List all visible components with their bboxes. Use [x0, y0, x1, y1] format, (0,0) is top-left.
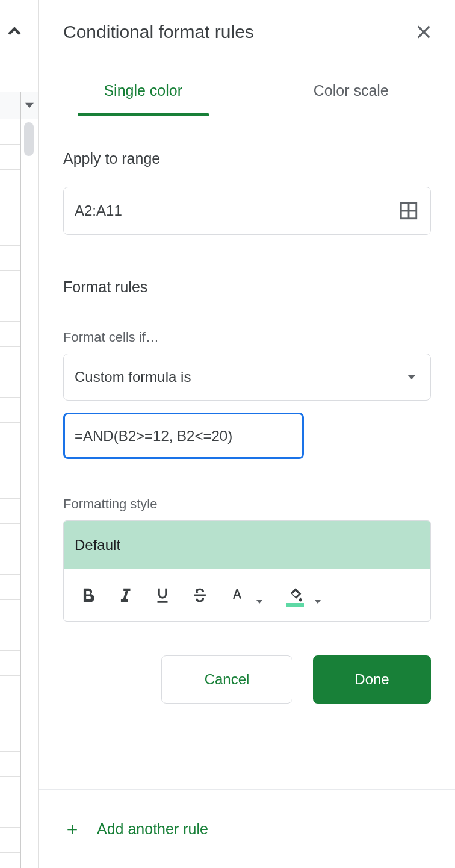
collapse-chevron-icon[interactable]: [4, 20, 25, 42]
close-icon[interactable]: [414, 22, 433, 42]
chevron-down-icon: [256, 600, 262, 604]
add-another-rule-button[interactable]: ＋ Add another rule: [63, 820, 431, 838]
row-header[interactable]: [0, 423, 20, 448]
row-header[interactable]: [0, 170, 20, 195]
row-header[interactable]: [0, 777, 20, 802]
row-header[interactable]: [0, 473, 20, 499]
row-header[interactable]: [0, 220, 20, 246]
tab-single-color[interactable]: Single color: [39, 64, 247, 116]
apply-to-range-heading: Apply to range: [63, 150, 431, 167]
text-color-button[interactable]: [220, 578, 264, 612]
column-dropdown-icon[interactable]: [21, 92, 38, 119]
button-label: Cancel: [205, 671, 250, 688]
row-header[interactable]: [0, 625, 20, 651]
column-header-row: [0, 92, 38, 119]
select-range-grid-icon[interactable]: [398, 201, 419, 221]
row-header[interactable]: [0, 195, 20, 220]
format-rules-heading: Format rules: [63, 278, 431, 296]
fill-color-button[interactable]: [279, 578, 322, 612]
range-field: [63, 187, 431, 235]
row-header[interactable]: [0, 828, 20, 853]
row-header[interactable]: [0, 676, 20, 701]
row-header[interactable]: [0, 524, 20, 549]
row-header[interactable]: [0, 752, 20, 777]
italic-button[interactable]: [108, 578, 142, 612]
row-header[interactable]: [0, 701, 20, 726]
tab-label: Single color: [104, 82, 182, 99]
formatting-style-label: Formatting style: [63, 496, 431, 512]
row-header[interactable]: [0, 575, 20, 600]
chevron-down-icon: [407, 375, 416, 379]
row-header[interactable]: [0, 296, 20, 322]
bold-button[interactable]: [71, 578, 105, 612]
style-preview-label: Default: [75, 537, 120, 554]
formatting-style-box: Default: [63, 520, 431, 622]
plus-icon: ＋: [63, 820, 81, 838]
row-header[interactable]: [0, 499, 20, 524]
row-header[interactable]: [0, 145, 20, 170]
cancel-button[interactable]: Cancel: [161, 655, 292, 704]
row-header[interactable]: [0, 271, 20, 296]
row-header[interactable]: [0, 802, 20, 828]
row-header[interactable]: [0, 347, 20, 372]
tab-color-scale[interactable]: Color scale: [247, 64, 456, 116]
button-label: Done: [354, 671, 389, 688]
done-button[interactable]: Done: [313, 655, 431, 704]
select-all-corner[interactable]: [0, 92, 21, 119]
row-header[interactable]: [0, 246, 20, 271]
toolbar-divider: [271, 583, 271, 607]
chevron-down-icon: [315, 600, 321, 604]
tab-label: Color scale: [314, 82, 389, 99]
row-header[interactable]: [0, 726, 20, 752]
underline-button[interactable]: [146, 578, 179, 612]
row-header[interactable]: [0, 372, 20, 398]
range-input[interactable]: [63, 187, 431, 235]
style-preview[interactable]: Default: [64, 521, 430, 569]
fill-color-swatch: [286, 603, 304, 607]
row-header[interactable]: [0, 600, 20, 625]
strikethrough-button[interactable]: [183, 578, 217, 612]
add-rule-label: Add another rule: [97, 820, 208, 838]
formula-input[interactable]: [63, 413, 304, 459]
row-header[interactable]: [0, 448, 20, 473]
dropdown-value: Custom formula is: [75, 369, 191, 386]
row-header[interactable]: [0, 322, 20, 347]
row-header[interactable]: [0, 398, 20, 423]
row-headers: [0, 119, 21, 868]
format-toolbar: [64, 569, 430, 621]
tabs: Single color Color scale: [39, 64, 455, 116]
condition-dropdown[interactable]: Custom formula is: [63, 354, 431, 401]
row-header[interactable]: [0, 549, 20, 575]
sidebar-title: Conditional format rules: [63, 22, 254, 42]
vertical-scrollbar-thumb[interactable]: [24, 122, 34, 156]
format-cells-if-label: Format cells if…: [63, 329, 431, 345]
conditional-format-sidebar: Conditional format rules Single color Co…: [39, 0, 455, 868]
row-header[interactable]: [0, 651, 20, 676]
row-header[interactable]: [0, 119, 20, 145]
spreadsheet-edge: [0, 0, 39, 868]
